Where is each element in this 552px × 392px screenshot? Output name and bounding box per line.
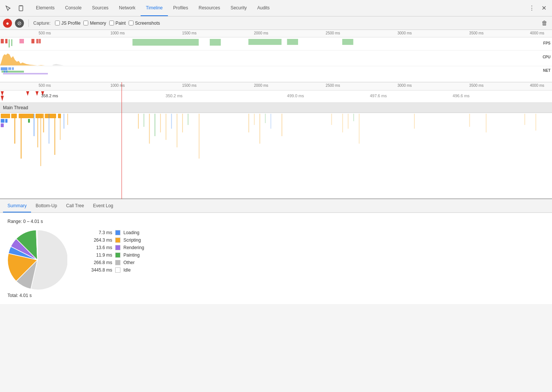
svg-rect-51 (160, 114, 161, 132)
svg-rect-30 (36, 114, 43, 118)
frames-row: 358.2 ms 350.2 ms 499.0 ms 497.6 ms 496.… (0, 91, 552, 102)
svg-rect-28 (11, 114, 17, 118)
svg-rect-21 (6, 71, 7, 73)
svg-rect-67 (414, 114, 415, 129)
flame-chart[interactable] (0, 113, 552, 199)
more-options-icon[interactable]: ⋮ (527, 3, 537, 13)
devtools-nav: Elements Console Sources Network Timelin… (0, 0, 552, 16)
js-profile-checkbox[interactable]: JS Profile (55, 21, 80, 26)
tab-elements[interactable]: Elements (31, 0, 60, 16)
svg-rect-64 (342, 114, 343, 132)
main-thread-header: Main Thread (0, 102, 552, 113)
svg-rect-0 (19, 6, 23, 11)
overview-ruler: 500 ms 1000 ms 1500 ms 2000 ms 2500 ms 3… (0, 30, 552, 37)
svg-rect-11 (210, 39, 221, 46)
tab-call-tree[interactable]: Call Tree (62, 199, 89, 212)
legend-row-idle: 3445.8 ms Idle (82, 267, 144, 273)
summary-panel: Range: 0 – 4.01 s (0, 213, 552, 304)
svg-marker-23 (1, 96, 4, 101)
rendering-value: 13.6 ms (82, 245, 112, 250)
svg-rect-46 (64, 114, 64, 129)
svg-rect-4 (31, 39, 34, 43)
nav-icons (3, 3, 26, 13)
svg-rect-10 (132, 39, 199, 46)
svg-rect-1 (20, 6, 22, 6)
svg-rect-27 (1, 114, 10, 118)
timeline-overview[interactable]: 500 ms 1000 ms 1500 ms 2000 ms 2500 ms 3… (0, 30, 552, 82)
close-icon[interactable]: ✕ (539, 3, 549, 13)
svg-rect-2 (1, 39, 4, 43)
svg-rect-33 (1, 119, 4, 123)
bottom-tabs: Summary Bottom-Up Call Tree Event Log (0, 199, 552, 213)
main-time-ruler: 500 ms 1000 ms 1500 ms 2000 ms 2500 ms 3… (0, 82, 552, 91)
frame-duration-3: 499.0 ms (287, 94, 304, 98)
svg-rect-73 (265, 114, 266, 123)
svg-rect-18 (8, 67, 11, 70)
svg-rect-5 (36, 39, 39, 43)
nav-tabs: Elements Console Sources Network Timelin… (31, 0, 275, 16)
svg-rect-70 (524, 114, 525, 125)
tab-security[interactable]: Security (225, 0, 252, 16)
svg-rect-55 (182, 114, 183, 132)
svg-rect-45 (60, 114, 61, 140)
svg-rect-7 (19, 39, 24, 43)
legend-row-scripting: 264.3 ms Scripting (82, 238, 144, 243)
svg-rect-42 (43, 114, 44, 132)
idle-swatch (115, 267, 120, 273)
tab-bottom-up[interactable]: Bottom-Up (31, 199, 61, 212)
tab-profiles[interactable]: Profiles (168, 0, 193, 16)
tab-console[interactable]: Console (60, 0, 87, 16)
svg-rect-54 (177, 114, 177, 147)
main-timeline[interactable]: 500 ms 1000 ms 1500 ms 2000 ms 2500 ms 3… (0, 82, 552, 199)
cpu-track: CPU (0, 50, 552, 66)
scripting-swatch (115, 238, 120, 243)
memory-checkbox[interactable]: Memory (83, 21, 106, 26)
screenshots-checkbox[interactable]: Screenshots (129, 21, 160, 26)
device-icon[interactable] (16, 3, 26, 13)
tab-network[interactable]: Network (114, 0, 141, 16)
svg-rect-53 (171, 114, 172, 129)
nav-end-icons: ⋮ ✕ (527, 3, 549, 13)
svg-rect-52 (166, 114, 166, 140)
tab-sources[interactable]: Sources (87, 0, 114, 16)
svg-rect-44 (54, 114, 55, 155)
paint-checkbox[interactable]: Paint (109, 21, 126, 26)
stop-button[interactable]: ⊘ (15, 19, 24, 28)
net-track: NET (0, 66, 552, 76)
svg-rect-56 (188, 114, 188, 125)
svg-rect-6 (39, 39, 41, 43)
svg-rect-12 (248, 39, 282, 45)
scripting-label: Scripting (123, 238, 141, 243)
painting-value: 11.9 ms (82, 252, 112, 258)
svg-rect-65 (348, 114, 349, 129)
svg-rect-9 (11, 39, 12, 46)
svg-rect-43 (49, 114, 49, 144)
total-label: Total: 4.01 s (7, 293, 67, 298)
svg-rect-58 (248, 114, 249, 132)
svg-rect-13 (287, 39, 298, 45)
cursor-icon[interactable] (3, 3, 13, 13)
tab-summary[interactable]: Summary (3, 199, 31, 212)
svg-rect-35 (1, 123, 4, 127)
tab-event-log[interactable]: Event Log (89, 199, 118, 212)
record-button[interactable]: ● (3, 19, 12, 28)
svg-rect-14 (342, 39, 353, 45)
svg-rect-3 (5, 39, 7, 43)
range-label: Range: 0 – 4.01 s (7, 219, 545, 224)
svg-rect-17 (3, 73, 48, 74)
svg-rect-66 (359, 114, 359, 144)
idle-value: 3445.8 ms (82, 267, 112, 273)
svg-marker-24 (26, 91, 29, 96)
tab-resources[interactable]: Resources (193, 0, 225, 16)
svg-rect-68 (469, 114, 470, 127)
clear-button[interactable]: 🗑 (540, 18, 549, 28)
frame-duration-4: 497.6 ms (370, 94, 387, 98)
capture-label: Capture: (33, 21, 50, 26)
toolbar-separator (28, 19, 29, 27)
svg-rect-38 (21, 114, 22, 159)
pie-chart-area: Total: 4.01 s (7, 230, 67, 298)
tab-timeline[interactable]: Timeline (141, 0, 168, 16)
frame-duration-5: 496.6 ms (453, 94, 469, 98)
other-label: Other (123, 260, 135, 265)
tab-audits[interactable]: Audits (252, 0, 275, 16)
